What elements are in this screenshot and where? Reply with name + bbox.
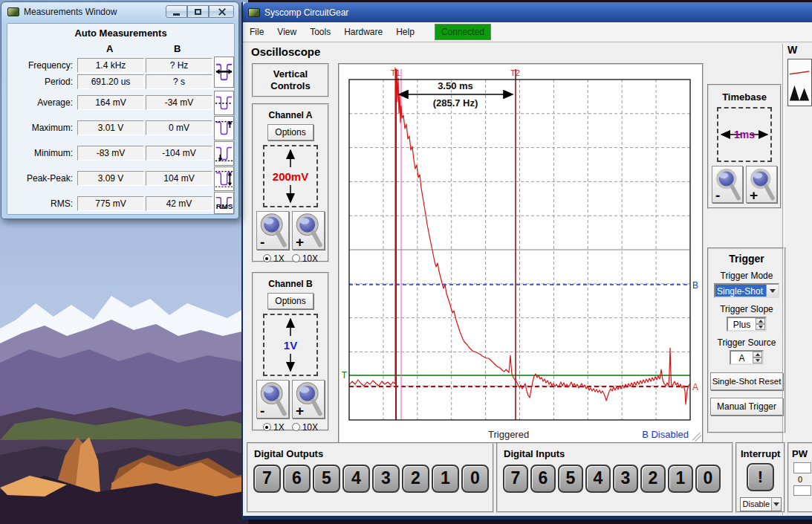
- single-shot-reset-button[interactable]: Single-Shot Reset: [710, 372, 783, 390]
- oscilloscope-heading: Oscilloscope: [251, 45, 320, 58]
- trigger-mode-label: Trigger Mode: [709, 271, 785, 281]
- measurement-value-b: 42 mV: [146, 196, 212, 211]
- menu-tools[interactable]: Tools: [303, 24, 337, 40]
- trigger-level-marker[interactable]: T: [342, 370, 348, 381]
- channel-b-options-button[interactable]: Options: [267, 293, 314, 309]
- waveform-generator-title: W: [787, 44, 812, 56]
- close-icon: [218, 7, 226, 16]
- measurement-value-a: 775 mV: [77, 196, 144, 211]
- menu-view[interactable]: View: [270, 24, 303, 40]
- digital-input-indicator-2[interactable]: 2: [640, 465, 666, 493]
- zoom-out-sign: -: [260, 234, 264, 250]
- spin-up-icon[interactable]: [756, 318, 765, 324]
- measurement-label: Maximum:: [9, 123, 73, 133]
- measurement-value-a: 1.4 kHz: [77, 58, 144, 73]
- zoom-out-sign: -: [715, 187, 720, 204]
- digital-input-indicator-3[interactable]: 3: [613, 465, 638, 493]
- channel-b-group: Channel B Options 1V -: [252, 272, 329, 431]
- digital-input-indicator-4[interactable]: 4: [585, 465, 611, 493]
- measurement-value-a: 164 mV: [77, 95, 144, 110]
- pwm-spinner[interactable]: [793, 485, 811, 496]
- menubar: File View Tools Hardware Help Connected: [243, 22, 812, 42]
- spin-down-icon[interactable]: [756, 324, 765, 330]
- digital-output-button-2[interactable]: 2: [402, 465, 429, 493]
- timebase-zoom-in-button[interactable]: +: [746, 166, 777, 203]
- pwm-button[interactable]: [793, 462, 811, 473]
- digital-output-button-3[interactable]: 3: [372, 465, 400, 493]
- scope-plot[interactable]: 3.50 ms (285.7 Hz) T1 T2 T A B: [349, 80, 690, 420]
- channel-b-zoom-in-button[interactable]: +: [292, 380, 325, 418]
- digital-output-button-4[interactable]: 4: [342, 465, 370, 493]
- digital-outputs-panel: Digital Outputs 76543210: [247, 442, 494, 513]
- average-icon: [214, 91, 234, 115]
- minimize-button[interactable]: [166, 5, 187, 18]
- digital-input-indicator-6[interactable]: 6: [530, 465, 556, 493]
- channel-b-range-value: 1V: [264, 339, 316, 352]
- digital-output-button-6[interactable]: 6: [283, 465, 311, 493]
- menu-hardware[interactable]: Hardware: [337, 24, 389, 40]
- digital-output-button-5[interactable]: 5: [313, 465, 340, 493]
- channel-a-zoom-in-button[interactable]: +: [292, 211, 325, 250]
- channel-a-ground-marker[interactable]: A: [692, 382, 698, 392]
- circuitgear-app-icon: [248, 8, 260, 17]
- digital-input-indicator-1[interactable]: 1: [668, 465, 693, 493]
- trigger-mode-value: Single-Shot: [715, 285, 766, 297]
- column-a-header: A: [106, 43, 113, 54]
- channel-a-range-box: 200mV: [263, 145, 318, 207]
- channel-b-ground-marker[interactable]: B: [692, 280, 698, 291]
- zoom-out-sign: -: [260, 403, 264, 419]
- channel-a-zoom-out-button[interactable]: -: [256, 211, 289, 250]
- digital-output-button-7[interactable]: 7: [253, 465, 281, 493]
- channel-a-options-button[interactable]: Options: [267, 124, 314, 140]
- digital-inputs-title: Digital Inputs: [504, 448, 732, 459]
- chevron-down-icon[interactable]: [771, 498, 781, 511]
- channel-a-group: Channel A Options 200mV: [252, 103, 329, 262]
- t1-cursor-label[interactable]: T1: [391, 68, 400, 77]
- spin-up-icon[interactable]: [753, 352, 762, 358]
- measurement-value-b: 0 mV: [146, 120, 212, 135]
- digital-output-button-1[interactable]: 1: [432, 465, 459, 493]
- timebase-zoom-out-button[interactable]: -: [712, 166, 743, 203]
- t2-cursor-label[interactable]: T2: [510, 68, 520, 77]
- timebase-title: Timebase: [709, 91, 780, 103]
- channel-a-probe-10x-radio[interactable]: 10X: [292, 253, 318, 264]
- resize-grip[interactable]: [692, 433, 701, 441]
- circuitgear-titlebar[interactable]: Syscomp CircuitGear: [243, 2, 812, 22]
- cursor-delta-freq: (285.7 Hz): [433, 97, 478, 109]
- maximize-button[interactable]: [187, 5, 209, 18]
- trigger-mode-select[interactable]: Single-Shot: [714, 283, 779, 298]
- channel-b-probe-10x-radio[interactable]: 10X: [292, 422, 318, 433]
- menu-file[interactable]: File: [243, 24, 270, 40]
- interrupt-button[interactable]: !: [747, 463, 774, 491]
- spin-down-icon[interactable]: [753, 358, 762, 363]
- trigger-slope-label: Trigger Slope: [709, 304, 785, 314]
- trigger-slope-spinner[interactable]: Plus: [727, 317, 767, 331]
- channel-b-probe-1x-radio[interactable]: 1X: [263, 422, 285, 433]
- interrupt-panel: Interrupt ! Disable: [735, 442, 785, 513]
- measurement-value-b: ? Hz: [146, 58, 212, 73]
- measurement-label: RMS:: [9, 198, 73, 209]
- scope-display: 3.50 ms (285.7 Hz) T1 T2 T A B Triggered…: [338, 63, 704, 444]
- measurement-label: Period:: [9, 77, 73, 87]
- digital-input-indicator-7[interactable]: 7: [503, 465, 528, 493]
- channel-a-probe-1x-radio[interactable]: 1X: [263, 253, 285, 264]
- trigger-source-spinner[interactable]: A: [730, 350, 764, 365]
- measurement-value-b: -34 mV: [146, 95, 212, 110]
- waveform-preview-icon: [788, 59, 811, 106]
- close-button[interactable]: [209, 5, 234, 18]
- measurement-value-b: ? s: [146, 74, 212, 89]
- desktop: Syscomp CircuitGear File View Tools Hard…: [0, 0, 812, 524]
- column-b-header: B: [174, 43, 181, 54]
- interrupt-mode-select[interactable]: Disable: [740, 497, 782, 511]
- waveform-preview-box: [787, 59, 812, 106]
- menu-help[interactable]: Help: [389, 24, 421, 40]
- digital-input-indicator-0[interactable]: 0: [695, 465, 721, 493]
- chevron-down-icon[interactable]: [766, 285, 778, 297]
- channel-b-zoom-out-button[interactable]: -: [256, 380, 289, 418]
- digital-input-indicator-5[interactable]: 5: [558, 465, 583, 493]
- digital-output-button-0[interactable]: 0: [461, 465, 489, 493]
- auto-measurements-header: Auto Measurements: [7, 28, 234, 39]
- frequency-period-icon: [214, 56, 234, 88]
- manual-trigger-button[interactable]: Manual Trigger: [710, 398, 783, 415]
- pwm-title: PW: [792, 448, 812, 459]
